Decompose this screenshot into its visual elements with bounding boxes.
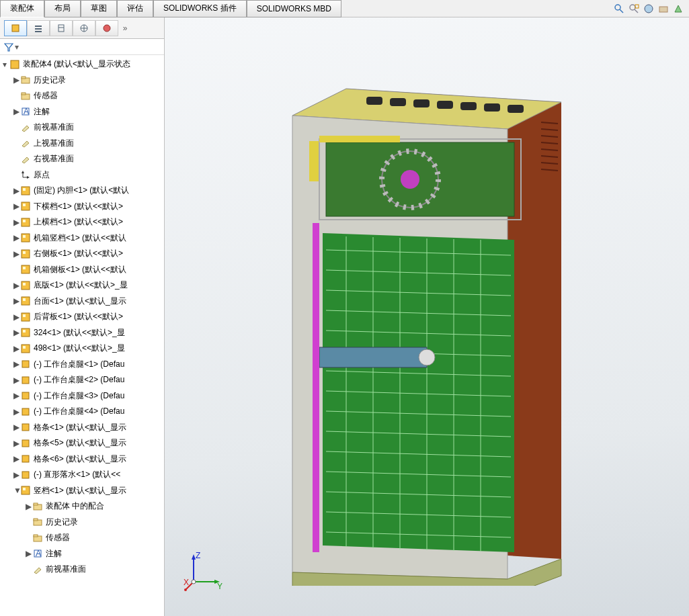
tree-item[interactable]: 传感器 [0, 530, 164, 546]
tree-item[interactable]: ▶下横档<1> (默认<<默认> [0, 199, 164, 215]
dim-expert-tab[interactable] [73, 20, 95, 36]
svg-rect-80 [413, 99, 430, 107]
appearance-tab[interactable] [95, 20, 118, 36]
tree-item-label: 324<1> (默认<<默认>_显 [34, 327, 125, 339]
tree-item[interactable]: ▶机箱竖档<1> (默认<<默认 [0, 230, 164, 247]
svg-rect-122 [319, 347, 427, 367]
tree-item[interactable]: ▶台面<1> (默认<默认_显示 [0, 294, 164, 310]
svg-rect-12 [58, 25, 64, 32]
svg-text:A: A [24, 107, 29, 116]
tree-item[interactable]: ▶底版<1> (默认<<默认>_显 [0, 277, 164, 294]
reference-triad[interactable]: Z Y X [184, 552, 224, 592]
svg-point-0 [615, 5, 620, 10]
part-icon [20, 406, 31, 417]
svg-line-1 [620, 9, 623, 13]
tree-item[interactable]: 传感器 [0, 88, 164, 104]
annot-icon: A [20, 106, 31, 117]
tree-item[interactable]: ▶格条<5> (默认<默认_显示 [0, 435, 164, 451]
tree-item[interactable]: ▶498<1> (默认<<默认>_显 [0, 341, 164, 357]
tree-item[interactable]: ▶324<1> (默认<<默认>_显 [0, 325, 164, 341]
tree-item[interactable]: ▶后背板<1> (默认<<默认> [0, 309, 164, 325]
tree-item[interactable]: 历史记录 [0, 515, 164, 531]
tree-item-label: 历史记录 [34, 75, 66, 86]
tree-item[interactable]: 右视基准面 [0, 151, 164, 167]
tree-item[interactable]: ▶格条<1> (默认<默认_显示 [0, 420, 164, 436]
asm-icon [20, 201, 31, 212]
svg-rect-44 [23, 267, 26, 269]
tree-item[interactable]: ▶上横档<1> (默认<<默认> [0, 214, 164, 230]
svg-marker-18 [5, 44, 13, 51]
tree-item[interactable]: 机箱侧板<1> (默认<<默认 [0, 262, 164, 278]
tab-evaluate[interactable]: 评估 [117, 0, 153, 17]
svg-rect-57 [22, 392, 29, 399]
funnel-icon [4, 42, 13, 52]
axis-x-label: X [184, 578, 189, 587]
filter-bar[interactable]: ▾ [0, 39, 164, 55]
zoom-area-icon[interactable] [629, 3, 639, 14]
tree-item[interactable]: 原点 [0, 167, 164, 183]
tree-item-label: 格条<6> (默认<默认_显示 [34, 453, 126, 465]
config-manager-tab[interactable] [50, 20, 73, 36]
plane-icon [32, 564, 43, 575]
manager-tab-strip: » [0, 17, 164, 39]
folder-icon [20, 75, 31, 85]
tree-item[interactable]: ▶A注解 [0, 104, 164, 120]
tree-item[interactable]: ▶格条<6> (默认<默认_显示 [0, 451, 164, 468]
asm-icon [20, 217, 31, 228]
tree-item[interactable]: ▶(-) 工作台桌腿<4> (Defau [0, 404, 164, 420]
tree-item-label: 传感器 [46, 532, 70, 543]
tree-item-label: (-) 工作台桌腿<4> (Defau [34, 406, 124, 417]
zoom-fit-icon[interactable] [614, 3, 624, 14]
graphics-area[interactable]: Z Y X [165, 17, 689, 616]
axis-y-label: Y [217, 582, 222, 591]
tab-sw-mbd[interactable]: SOLIDWORKS MBD [247, 0, 341, 17]
asm-icon [20, 185, 31, 196]
tab-sw-addins[interactable]: SOLIDWORKS 插件 [153, 0, 247, 17]
tree-item-label: 前视基准面 [34, 122, 74, 133]
tree-item[interactable]: ▶(-) 工作台桌腿<2> (Defau [0, 372, 164, 388]
model-view[interactable] [252, 48, 602, 586]
tree-item[interactable]: ▶A注解 [0, 546, 164, 562]
tab-layout[interactable]: 布局 [44, 0, 81, 17]
tree-item-label: 格条<1> (默认<默认_显示 [34, 422, 126, 433]
svg-point-123 [419, 349, 435, 365]
svg-marker-26 [22, 126, 29, 132]
tree-item[interactable]: ▶(-) 工作台桌腿<3> (Defau [0, 388, 164, 404]
heads-up-toolbar [614, 3, 689, 14]
tree-item[interactable]: ▼竖档<1> (默认<默认_显示 [0, 483, 164, 499]
tree-item[interactable]: ▶历史记录 [0, 73, 164, 89]
tree-item[interactable]: ▶(固定) 内胆<1> (默认<默认 [0, 183, 164, 199]
tab-sketch[interactable]: 草图 [81, 0, 117, 17]
fm-tree-tab[interactable] [4, 20, 27, 36]
svg-rect-59 [22, 424, 29, 431]
svg-marker-32 [27, 176, 30, 179]
tree-root[interactable]: ▾ 装配体4 (默认<默认_显示状态 [0, 56, 164, 73]
tree-item[interactable]: ▶(-) 工作台桌腿<1> (Defau [0, 357, 164, 373]
tree-item[interactable]: ▶右侧板<1> (默认<<默认> [0, 246, 164, 262]
svg-point-5 [645, 5, 653, 13]
svg-marker-27 [22, 141, 29, 147]
tree-item[interactable]: ▶(-) 直形落水<1> (默认<< [0, 467, 164, 483]
panel-expand-icon[interactable]: » [118, 24, 132, 33]
tree-item[interactable]: 上视基准面 [0, 136, 164, 152]
tree-item[interactable]: 前视基准面 [0, 562, 164, 578]
tree-item[interactable]: 前视基准面 [0, 120, 164, 136]
svg-marker-7 [675, 5, 682, 12]
tab-assembly[interactable]: 装配体 [0, 0, 44, 17]
appearance-icon[interactable] [643, 3, 654, 14]
svg-rect-36 [23, 204, 26, 206]
svg-rect-62 [22, 472, 29, 478]
tree-item-label: 右侧板<1> (默认<<默认> [34, 248, 123, 259]
tree-item[interactable]: ▶装配体 中的配合 [0, 498, 164, 515]
svg-rect-10 [35, 28, 42, 30]
property-manager-tab[interactable] [27, 20, 50, 36]
svg-point-132 [192, 580, 196, 584]
scene-icon[interactable] [658, 3, 669, 14]
display-icon[interactable] [673, 3, 684, 14]
part-icon [20, 359, 31, 369]
svg-rect-98 [319, 136, 400, 142]
svg-rect-52 [23, 330, 26, 333]
tree-item-label: 底版<1> (默认<<默认>_显 [34, 279, 128, 291]
feature-tree[interactable]: ▾ 装配体4 (默认<默认_显示状态 ▶历史记录传感器▶A注解前视基准面上视基准… [0, 55, 164, 616]
part-icon [20, 390, 31, 401]
